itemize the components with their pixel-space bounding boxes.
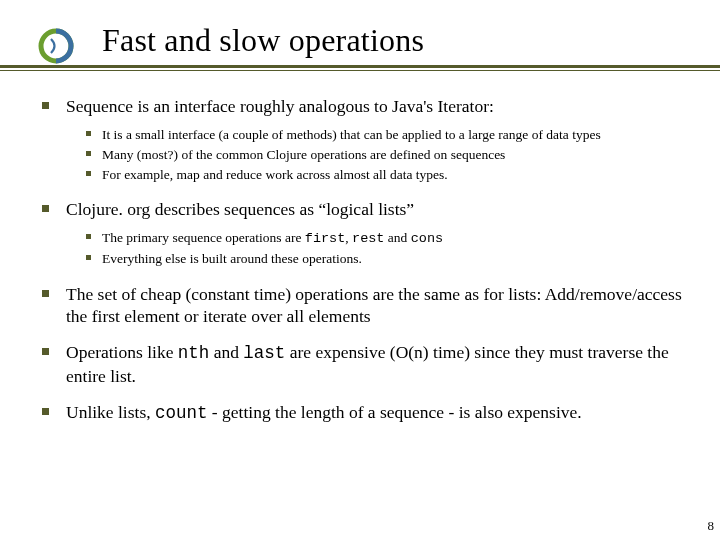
bullet-text: The set of cheap (constant time) operati… — [66, 284, 682, 326]
bullet-item: Unlike lists, count - getting the length… — [38, 401, 690, 424]
slide-title: Fast and slow operations — [102, 22, 720, 59]
slide-content: Sequence is an interface roughly analogo… — [0, 71, 720, 425]
page-number: 8 — [708, 518, 715, 534]
bullet-list: Sequence is an interface roughly analogo… — [38, 95, 690, 425]
sub-bullet-item: The primary sequence operations are firs… — [66, 228, 690, 249]
bullet-item: Clojure. org describes sequences as “log… — [38, 198, 690, 269]
sub-bullet-item: Many (most?) of the common Clojure opera… — [66, 145, 690, 165]
sub-bullet-item: For example, map and reduce work across … — [66, 165, 690, 185]
bullet-item: Operations like nth and last are expensi… — [38, 341, 690, 387]
sub-bullet-list: It is a small interface (a couple of met… — [66, 125, 690, 184]
bullet-text: Clojure. org describes sequences as “log… — [66, 199, 414, 219]
bullet-item: Sequence is an interface roughly analogo… — [38, 95, 690, 184]
slide-header: Fast and slow operations — [0, 0, 720, 71]
sub-bullet-item: Everything else is built around these op… — [66, 249, 690, 269]
sub-bullet-item: It is a small interface (a couple of met… — [66, 125, 690, 145]
bullet-text: Sequence is an interface roughly analogo… — [66, 96, 494, 116]
divider-thin — [0, 70, 720, 71]
clojure-logo-icon — [38, 28, 74, 64]
bullet-text: Operations like nth and last are expensi… — [66, 342, 669, 385]
sub-bullet-list: The primary sequence operations are firs… — [66, 228, 690, 268]
divider-thick — [0, 65, 720, 68]
bullet-text: Unlike lists, count - getting the length… — [66, 402, 582, 422]
bullet-item: The set of cheap (constant time) operati… — [38, 283, 690, 328]
